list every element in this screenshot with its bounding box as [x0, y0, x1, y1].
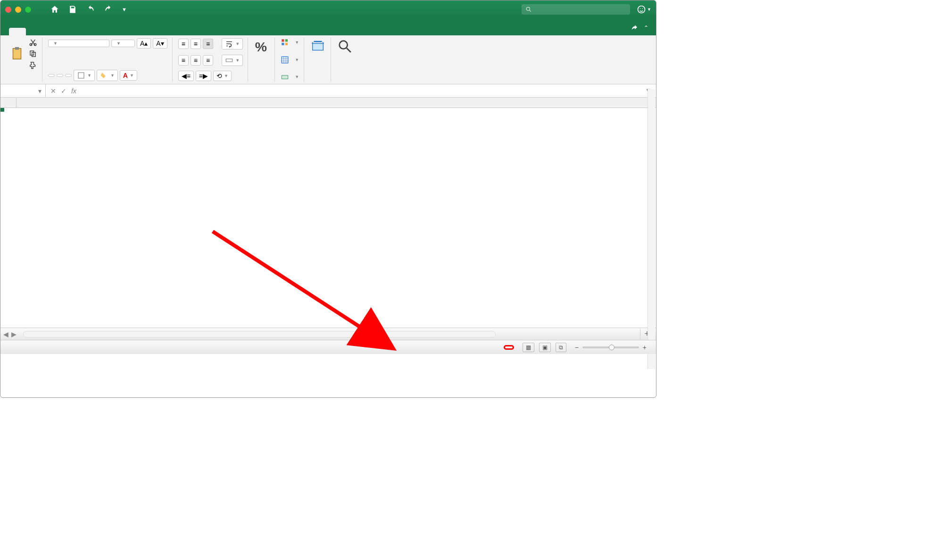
vertical-scrollbar[interactable] — [648, 89, 655, 369]
format-painter-icon[interactable] — [29, 61, 37, 69]
svg-point-20 — [340, 41, 348, 49]
bold-button[interactable] — [48, 74, 55, 77]
increase-indent-button[interactable]: ≡▶ — [196, 71, 211, 81]
merge-button[interactable]: ▼ — [222, 55, 243, 66]
svg-rect-10 — [78, 73, 84, 78]
horizontal-scrollbar[interactable] — [23, 331, 496, 338]
confirm-edit-button[interactable]: ✓ — [61, 87, 66, 95]
qat-customize-icon[interactable]: ▼ — [122, 7, 127, 12]
search-box[interactable] — [522, 4, 630, 15]
styles-group: ▼ ▼ ▼ — [276, 37, 304, 82]
spreadsheet-grid[interactable] — [0, 98, 656, 328]
increase-font-button[interactable]: A▴ — [137, 38, 151, 49]
page-break-view-button[interactable]: ⧉ — [556, 343, 566, 352]
sheet-prev-button[interactable]: ◀ — [3, 330, 8, 338]
fill-color-button[interactable]: ▼ — [97, 70, 118, 81]
zoom-slider[interactable] — [582, 346, 639, 348]
italic-button[interactable] — [57, 74, 63, 77]
conditional-format-icon — [281, 38, 289, 47]
formula-bar: ▾ ✕ ✓ fx ▼ — [0, 84, 656, 98]
percent-icon[interactable]: % — [254, 38, 270, 54]
align-bottom-button[interactable]: ≡ — [203, 39, 213, 49]
view-buttons: ▦ ▣ ⧉ — [523, 343, 566, 352]
tab-formulas[interactable] — [60, 28, 77, 35]
search-icon — [525, 6, 532, 13]
name-box[interactable]: ▾ — [0, 84, 46, 97]
cell-styles-icon — [281, 73, 289, 81]
border-button[interactable]: ▼ — [74, 70, 95, 81]
ribbon: ▼ ▼ A▴ A▾ ▼ ▼ A▼ ≡ ≡ ≡ ▼ ≡ ≡ ≡ ▼ — [0, 35, 656, 84]
paste-icon[interactable] — [9, 46, 25, 62]
wrap-text-button[interactable]: ▼ — [222, 38, 243, 49]
status-sum — [504, 345, 514, 350]
window-controls — [5, 7, 31, 13]
tab-view[interactable] — [111, 28, 128, 35]
svg-point-1 — [638, 6, 645, 13]
cells-group — [305, 37, 331, 82]
search-input[interactable] — [532, 6, 626, 13]
align-left-button[interactable]: ≡ — [178, 55, 189, 66]
decrease-font-button[interactable]: A▾ — [153, 38, 167, 49]
align-middle-button[interactable]: ≡ — [191, 39, 201, 49]
sheet-next-button[interactable]: ▶ — [11, 330, 17, 338]
tab-page-layout[interactable] — [43, 28, 60, 35]
status-bar: ▦ ▣ ⧉ − + — [0, 340, 656, 354]
save-icon[interactable] — [68, 5, 77, 14]
editing-group — [332, 37, 357, 82]
svg-point-6 — [30, 43, 32, 46]
fx-icon[interactable]: fx — [71, 87, 76, 95]
select-all-corner[interactable] — [0, 98, 17, 107]
svg-rect-14 — [285, 39, 288, 41]
tab-data[interactable] — [77, 28, 94, 35]
page-layout-view-button[interactable]: ▣ — [539, 343, 551, 352]
normal-view-button[interactable]: ▦ — [523, 343, 534, 352]
alignment-group: ≡ ≡ ≡ ▼ ≡ ≡ ≡ ▼ ◀≡ ≡▶ ⟲▼ — [174, 37, 248, 82]
clipboard-group — [4, 37, 42, 82]
underline-button[interactable] — [65, 74, 72, 77]
orientation-button[interactable]: ⟲▼ — [213, 71, 232, 81]
minimize-window-button[interactable] — [15, 7, 21, 13]
close-window-button[interactable] — [5, 7, 11, 13]
cut-icon[interactable] — [29, 38, 37, 47]
svg-rect-17 — [282, 57, 288, 63]
svg-text:%: % — [255, 39, 267, 54]
maximize-window-button[interactable] — [25, 7, 31, 13]
tab-review[interactable] — [94, 28, 111, 35]
tab-home[interactable] — [9, 28, 26, 35]
zoom-out-button[interactable]: − — [575, 344, 579, 351]
decrease-indent-button[interactable]: ◀≡ — [178, 71, 194, 81]
font-color-button[interactable]: A▼ — [120, 70, 137, 81]
svg-rect-11 — [226, 59, 232, 62]
ribbon-tabs: ⌃ — [0, 18, 656, 35]
feedback-icon[interactable] — [637, 5, 646, 14]
svg-rect-4 — [13, 49, 21, 59]
tab-insert[interactable] — [26, 28, 43, 35]
redo-icon[interactable] — [104, 5, 113, 14]
svg-rect-18 — [282, 75, 288, 79]
title-bar: ▼ ▼ — [0, 0, 656, 18]
cells-icon[interactable] — [310, 38, 326, 54]
align-center-button[interactable]: ≡ — [191, 55, 201, 66]
zoom-in-button[interactable]: + — [643, 344, 647, 351]
undo-icon[interactable] — [86, 5, 95, 14]
sheet-tab-bar: ◀ ▶ + — [0, 328, 656, 340]
svg-point-7 — [34, 43, 36, 46]
zoom-control: − + — [575, 344, 650, 351]
copy-icon[interactable] — [29, 49, 37, 58]
formula-input[interactable] — [81, 87, 641, 95]
share-button[interactable]: ⌃ — [623, 20, 656, 35]
find-icon[interactable] — [337, 38, 353, 54]
font-size-select[interactable]: ▼ — [111, 40, 135, 47]
home-icon[interactable] — [50, 5, 59, 14]
cancel-edit-button[interactable]: ✕ — [50, 87, 56, 95]
fill-handle[interactable] — [0, 108, 4, 112]
feedback-dropdown-icon[interactable]: ▼ — [647, 7, 651, 12]
align-top-button[interactable]: ≡ — [178, 39, 189, 49]
format-table-icon — [281, 56, 289, 64]
font-name-select[interactable]: ▼ — [48, 40, 109, 47]
namebox-dropdown-icon[interactable]: ▾ — [38, 87, 42, 95]
svg-rect-16 — [285, 43, 288, 45]
svg-rect-5 — [15, 47, 19, 50]
align-right-button[interactable]: ≡ — [203, 55, 213, 66]
svg-rect-19 — [313, 43, 324, 50]
